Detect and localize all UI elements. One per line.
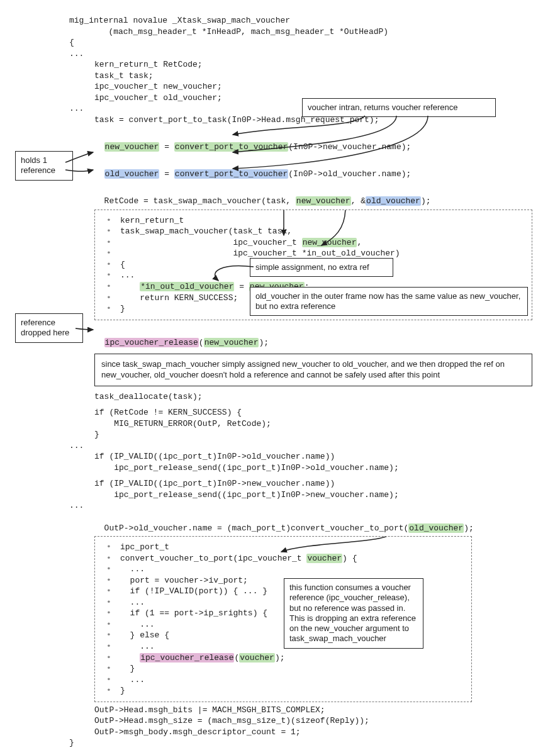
code-line: if (RetCode != KERN_SUCCESS) {: [13, 407, 547, 418]
code-line: ...: [98, 674, 464, 686]
code-line: }: [98, 685, 464, 696]
code-line: OutP->msgh_body.msgh_descriptor_count = …: [13, 727, 547, 738]
var-old-voucher: old_voucher: [104, 169, 160, 179]
code-line: ipc_voucher_release(new_voucher);: [13, 327, 547, 349]
code-line: task_t task;: [13, 70, 547, 82]
callout-simple-assignment: simple assignment, no extra ref: [250, 258, 393, 277]
inline-expansion-task-swap: kern_return_t task_swap_mach_voucher(tas…: [94, 210, 532, 320]
code-line: ipc_voucher_release(voucher);: [98, 652, 464, 664]
fn-convert-port-to-voucher: convert_port_to_voucher: [174, 169, 288, 179]
code-line: if (IP_VALID((ipc_port_t)In0P->old_vouch…: [13, 451, 547, 462]
code-line: OutP->Head.msgh_bits |= MACH_MSGH_BITS_C…: [13, 705, 547, 716]
code-line: ...: [98, 564, 464, 575]
code-line: RetCode = task_swap_mach_voucher(task, n…: [13, 185, 547, 207]
var-new-voucher: new_voucher: [104, 142, 160, 152]
callout-reference-dropped: reference dropped here: [15, 313, 83, 343]
code-line: if (IP_VALID((ipc_port_t)In0P->new_vouch…: [13, 478, 547, 489]
ellipsis: ...: [13, 48, 547, 60]
fn-ipc-voucher-release: ipc_voucher_release: [104, 338, 199, 347]
code-line: kern_return_t RetCode;: [13, 59, 547, 70]
code-line: OutP->old_voucher.name = (mach_port_t)co…: [13, 512, 547, 534]
code-line: }: [13, 737, 547, 749]
var-old-voucher: old_voucher: [366, 196, 421, 206]
code-line: }: [13, 429, 547, 440]
code-line: task_swap_mach_voucher(task_t task,: [98, 226, 524, 237]
code-line: ipc_port_release_send((ipc_port_t)In0P->…: [13, 489, 547, 501]
code-line: ipc_port_release_send((ipc_port_t)In0P->…: [13, 462, 547, 474]
code-line: MIG_RETURN_ERROR(OutP, RetCode);: [13, 418, 547, 430]
code-line: convert_voucher_to_port(ipc_voucher_t vo…: [98, 553, 464, 564]
fn-convert-port-to-voucher: convert_port_to_voucher: [174, 142, 288, 152]
callout-voucher-intran: voucher intran, returns voucher referenc…: [302, 98, 496, 117]
inline-expansion-convert-voucher: ipc_port_t convert_voucher_to_port(ipc_v…: [94, 536, 472, 702]
callout-consumes-reference: this function consumes a voucher referen…: [284, 578, 423, 649]
code-line: ipc_voucher_t new_voucher;: [13, 81, 547, 92]
code-line: (mach_msg_header_t *InHeadP, mach_msg_he…: [13, 26, 547, 38]
callout-same-value: old_voucher in the outer frame now has t…: [250, 287, 528, 316]
code-line: mig_internal novalue _Xtask_swap_mach_vo…: [13, 15, 547, 26]
code-line: ipc_voucher_t new_voucher,: [98, 237, 524, 249]
code-line: }: [98, 663, 464, 674]
code-line: OutP->Head.msgh_size = (mach_msg_size_t)…: [13, 715, 547, 727]
code-line: {: [13, 37, 547, 48]
ellipsis: ...: [13, 440, 547, 452]
var-old-voucher: old_voucher: [408, 523, 464, 533]
code-line: old_voucher = convert_port_to_voucher(In…: [13, 158, 547, 180]
callout-holds-reference: holds 1 reference: [15, 151, 73, 181]
var-new-voucher: new_voucher: [296, 196, 351, 206]
ellipsis: ...: [13, 500, 547, 512]
code-line: new_voucher = convert_port_to_voucher(In…: [13, 130, 547, 152]
code-line: ipc_port_t: [98, 542, 464, 553]
callout-since-assigned: since task_swap_mach_voucher simply assi…: [94, 354, 532, 386]
code-line: kern_return_t: [98, 215, 524, 226]
code-line: task_deallocate(task);: [13, 391, 547, 403]
